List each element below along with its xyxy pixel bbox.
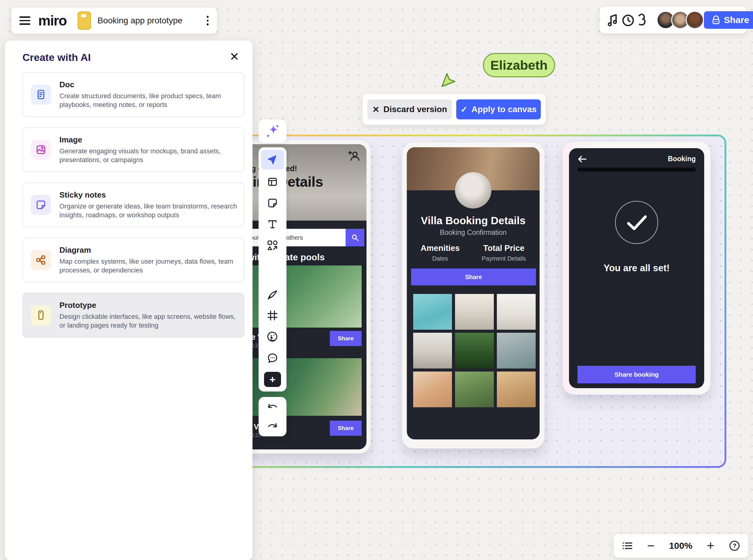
sticky-note-icon bbox=[36, 199, 46, 210]
share-button[interactable]: Share bbox=[704, 11, 753, 29]
ai-option-diagram[interactable]: Diagram Map complex systems, like user j… bbox=[22, 238, 244, 282]
undo-redo-toolbar bbox=[259, 397, 286, 436]
collaborator-avatars[interactable] bbox=[657, 11, 704, 29]
gallery-photo-bedroom bbox=[455, 294, 494, 330]
zoom-level[interactable]: 100% bbox=[669, 541, 692, 551]
check-icon: ✓ bbox=[460, 104, 468, 115]
guest-avatar bbox=[455, 172, 491, 208]
collaborator-label-elizabeth: Elizabeth bbox=[483, 53, 555, 77]
comment-icon bbox=[267, 353, 278, 364]
gallery-photo-garden-stairs bbox=[455, 333, 494, 368]
apply-to-canvas-button[interactable]: ✓ Apply to canvas bbox=[456, 99, 541, 119]
lock-icon bbox=[712, 16, 720, 24]
music-note-icon bbox=[606, 12, 620, 28]
templates-icon bbox=[267, 176, 278, 187]
app-header-left: miro Booking app prototype bbox=[12, 7, 217, 34]
zoom-bar: − 100% + ? bbox=[614, 534, 748, 558]
gallery-photo-kitchen bbox=[497, 294, 536, 330]
ai-option-sticky-notes[interactable]: Sticky notes Organize or generate ideas,… bbox=[22, 182, 244, 227]
templates-tool[interactable] bbox=[263, 173, 282, 191]
frame-icon bbox=[267, 310, 278, 321]
villa-card-share-2: Share bbox=[330, 421, 362, 436]
comment-tool[interactable] bbox=[263, 349, 282, 367]
add-person-icon bbox=[348, 150, 360, 161]
gallery-photo-pool-swimmer bbox=[413, 294, 452, 330]
undo-button[interactable] bbox=[263, 399, 282, 416]
panel-title: Create with AI bbox=[22, 52, 91, 63]
shapes-icon bbox=[267, 240, 278, 251]
gallery-photo-beach bbox=[497, 333, 536, 368]
pen-tool[interactable] bbox=[263, 286, 282, 304]
phone2-subtitle: Booking Confirmation bbox=[407, 228, 540, 237]
redo-icon bbox=[267, 422, 278, 431]
prototype-screen-3[interactable]: Booking You are all set! Share booking bbox=[562, 142, 711, 395]
phone3-progress-bar bbox=[577, 167, 696, 172]
ai-option-prototype[interactable]: Prototype Design clickable interfaces, l… bbox=[22, 293, 244, 338]
plus-icon: + bbox=[270, 374, 276, 385]
ai-option-image[interactable]: Image Generate engaging visuals for mock… bbox=[22, 127, 244, 172]
ai-sparkles-icon bbox=[265, 123, 280, 139]
select-cursor-icon bbox=[267, 154, 278, 165]
photo-gallery-grid bbox=[413, 294, 536, 407]
create-with-ai-panel: Create with AI ✕ Doc Create structured d… bbox=[5, 41, 253, 560]
discard-version-button[interactable]: ✕ Discard version bbox=[368, 99, 452, 119]
prototype-icon bbox=[36, 310, 46, 321]
scribble-icon bbox=[637, 12, 649, 28]
text-icon bbox=[267, 219, 278, 230]
sticky-note-tool[interactable] bbox=[263, 194, 282, 212]
phone2-col-amenities: Amenities bbox=[407, 244, 474, 253]
help-icon[interactable]: ? bbox=[729, 540, 740, 552]
phone1-search-button bbox=[345, 229, 364, 246]
miro-logo[interactable]: miro bbox=[38, 13, 67, 29]
phone2-col-price: Total Price bbox=[471, 244, 537, 253]
check-circle-icon bbox=[614, 200, 659, 245]
sticky-note-icon bbox=[267, 198, 278, 208]
elizabeth-cursor-icon bbox=[440, 72, 456, 88]
svg-text:?: ? bbox=[733, 542, 736, 549]
phone2-col-payment: Payment Details bbox=[471, 255, 537, 262]
main-toolbar: + bbox=[259, 147, 286, 392]
phone2-col-dates: Dates bbox=[407, 255, 474, 262]
close-icon[interactable]: ✕ bbox=[230, 51, 239, 62]
board-title[interactable]: Booking app prototype bbox=[98, 16, 182, 25]
pen-icon bbox=[267, 289, 278, 301]
app-header-right: Share bbox=[600, 7, 747, 33]
select-tool[interactable] bbox=[261, 150, 284, 169]
zoom-in-button[interactable]: + bbox=[707, 539, 714, 552]
menu-icon[interactable] bbox=[19, 16, 30, 25]
prototype-screen-2[interactable]: Villa Booking Details Booking Confirmati… bbox=[402, 142, 544, 448]
villa-card-share-1: Share bbox=[330, 331, 362, 346]
list-icon[interactable] bbox=[622, 541, 633, 551]
redo-button[interactable] bbox=[263, 418, 282, 436]
timer-icon bbox=[620, 12, 636, 28]
gallery-photo-sun-lounger bbox=[413, 372, 452, 407]
ai-option-doc[interactable]: Doc Create structured documents, like pr… bbox=[22, 72, 244, 117]
gallery-photo-living-room bbox=[413, 333, 452, 368]
ai-create-button[interactable] bbox=[259, 119, 286, 143]
phone2-share-button: Share bbox=[411, 268, 536, 285]
sticker-tool[interactable] bbox=[263, 328, 282, 345]
phone3-title: You are all set! bbox=[569, 263, 704, 274]
add-more-tools-button[interactable]: + bbox=[264, 372, 281, 387]
search-icon bbox=[351, 234, 359, 241]
facilitation-tools[interactable] bbox=[606, 12, 649, 28]
image-icon bbox=[36, 144, 46, 155]
avatar-3 bbox=[686, 11, 704, 29]
undo-icon bbox=[267, 403, 278, 412]
miro-canvas[interactable]: Booking confirmed! Booking Details Share… bbox=[0, 0, 753, 560]
zoom-out-button[interactable]: − bbox=[647, 539, 655, 552]
version-bar: ✕ Discard version ✓ Apply to canvas bbox=[362, 94, 546, 125]
gallery-photo-bbq-grill bbox=[455, 372, 494, 407]
kebab-menu-icon[interactable] bbox=[207, 16, 209, 25]
x-icon: ✕ bbox=[372, 104, 379, 115]
frame-tool[interactable] bbox=[263, 307, 282, 324]
phone3-share-booking-button: Share booking bbox=[577, 366, 696, 383]
diagram-icon bbox=[36, 255, 46, 265]
text-tool[interactable] bbox=[263, 216, 282, 233]
board-type-prototype-icon bbox=[78, 12, 91, 30]
doc-icon bbox=[36, 89, 46, 100]
phone3-header-label: Booking bbox=[668, 155, 696, 163]
phone2-title: Villa Booking Details bbox=[407, 215, 540, 227]
shapes-tool[interactable] bbox=[263, 237, 282, 254]
gallery-photo-dance-studio bbox=[497, 372, 536, 407]
